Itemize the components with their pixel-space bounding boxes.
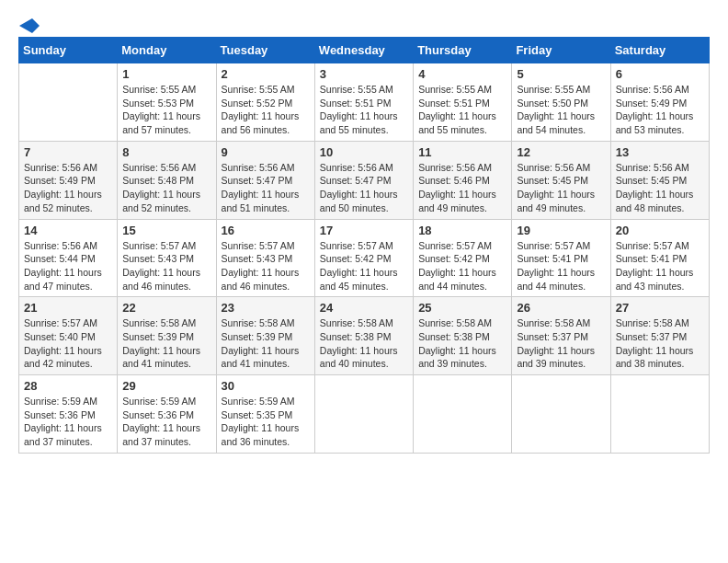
cell-content: Sunrise: 5:56 AMSunset: 5:44 PMDaylight:…	[24, 239, 112, 293]
day-number: 25	[418, 301, 506, 315]
weekday-header-wednesday: Wednesday	[314, 38, 413, 63]
cell-content: Sunrise: 5:59 AMSunset: 5:35 PMDaylight:…	[222, 395, 310, 449]
day-number: 22	[122, 301, 210, 315]
day-number: 26	[517, 301, 605, 315]
calendar-week-row: 1Sunrise: 5:55 AMSunset: 5:53 PMDaylight…	[19, 63, 710, 142]
day-number: 29	[122, 379, 210, 393]
calendar-cell: 18Sunrise: 5:57 AMSunset: 5:42 PMDayligh…	[414, 219, 512, 297]
day-number: 24	[320, 301, 408, 315]
day-number: 20	[616, 224, 704, 237]
calendar-cell: 17Sunrise: 5:57 AMSunset: 5:42 PMDayligh…	[314, 219, 413, 297]
logo-bird-icon	[19, 18, 40, 33]
day-number: 23	[222, 301, 310, 315]
calendar-cell: 21Sunrise: 5:57 AMSunset: 5:40 PMDayligh…	[19, 297, 118, 375]
calendar-cell: 29Sunrise: 5:59 AMSunset: 5:36 PMDayligh…	[118, 375, 216, 454]
calendar-cell: 23Sunrise: 5:58 AMSunset: 5:39 PMDayligh…	[216, 297, 314, 375]
day-number: 1	[122, 67, 210, 81]
day-number: 11	[418, 145, 506, 159]
weekday-header-sunday: Sunday	[19, 38, 118, 63]
calendar-cell: 2Sunrise: 5:55 AMSunset: 5:52 PMDaylight…	[216, 63, 314, 142]
day-number: 15	[122, 224, 210, 237]
cell-content: Sunrise: 5:55 AMSunset: 5:51 PMDaylight:…	[418, 83, 506, 137]
calendar-cell: 22Sunrise: 5:58 AMSunset: 5:39 PMDayligh…	[118, 297, 216, 375]
cell-content: Sunrise: 5:58 AMSunset: 5:39 PMDaylight:…	[122, 316, 210, 371]
day-number: 19	[517, 224, 605, 237]
calendar-cell	[512, 375, 610, 454]
weekday-header-friday: Friday	[512, 38, 610, 63]
day-number: 14	[24, 224, 112, 237]
cell-content: Sunrise: 5:56 AMSunset: 5:46 PMDaylight:…	[418, 161, 506, 215]
cell-content: Sunrise: 5:57 AMSunset: 5:41 PMDaylight:…	[517, 239, 605, 293]
calendar-cell: 15Sunrise: 5:57 AMSunset: 5:43 PMDayligh…	[118, 219, 216, 297]
calendar-cell: 25Sunrise: 5:58 AMSunset: 5:38 PMDayligh…	[414, 297, 512, 375]
cell-content: Sunrise: 5:56 AMSunset: 5:48 PMDaylight:…	[122, 161, 210, 215]
calendar-cell: 5Sunrise: 5:55 AMSunset: 5:50 PMDaylight…	[512, 63, 610, 142]
cell-content: Sunrise: 5:58 AMSunset: 5:39 PMDaylight:…	[222, 316, 310, 371]
cell-content: Sunrise: 5:58 AMSunset: 5:37 PMDaylight:…	[616, 316, 704, 371]
calendar-cell: 10Sunrise: 5:56 AMSunset: 5:47 PMDayligh…	[314, 141, 413, 219]
calendar-cell: 24Sunrise: 5:58 AMSunset: 5:38 PMDayligh…	[314, 297, 413, 375]
cell-content: Sunrise: 5:56 AMSunset: 5:47 PMDaylight:…	[222, 161, 310, 215]
day-number: 28	[24, 379, 112, 393]
day-number: 13	[616, 145, 704, 159]
day-number: 27	[616, 301, 704, 315]
day-number: 18	[418, 224, 506, 237]
day-number: 3	[320, 67, 408, 81]
calendar-cell: 26Sunrise: 5:58 AMSunset: 5:37 PMDayligh…	[512, 297, 610, 375]
calendar-week-row: 7Sunrise: 5:56 AMSunset: 5:49 PMDaylight…	[19, 141, 710, 219]
cell-content: Sunrise: 5:56 AMSunset: 5:49 PMDaylight:…	[24, 161, 112, 215]
day-number: 6	[616, 67, 704, 81]
cell-content: Sunrise: 5:57 AMSunset: 5:42 PMDaylight:…	[320, 239, 408, 293]
calendar-cell	[414, 375, 512, 454]
page-header	[18, 18, 710, 28]
day-number: 21	[24, 301, 112, 315]
day-number: 12	[517, 145, 605, 159]
cell-content: Sunrise: 5:59 AMSunset: 5:36 PMDaylight:…	[24, 395, 112, 449]
day-number: 30	[222, 379, 310, 393]
weekday-header-row: SundayMondayTuesdayWednesdayThursdayFrid…	[19, 38, 710, 63]
calendar-cell: 30Sunrise: 5:59 AMSunset: 5:35 PMDayligh…	[216, 375, 314, 454]
calendar-cell: 7Sunrise: 5:56 AMSunset: 5:49 PMDaylight…	[19, 141, 118, 219]
day-number: 17	[320, 224, 408, 237]
svg-marker-0	[19, 18, 40, 33]
cell-content: Sunrise: 5:56 AMSunset: 5:45 PMDaylight:…	[517, 161, 605, 215]
day-number: 5	[517, 67, 605, 81]
weekday-header-saturday: Saturday	[610, 38, 709, 63]
cell-content: Sunrise: 5:55 AMSunset: 5:53 PMDaylight:…	[122, 83, 210, 137]
cell-content: Sunrise: 5:57 AMSunset: 5:40 PMDaylight:…	[24, 316, 112, 371]
calendar-cell	[19, 63, 118, 142]
calendar-table: SundayMondayTuesdayWednesdayThursdayFrid…	[18, 37, 710, 454]
calendar-cell: 19Sunrise: 5:57 AMSunset: 5:41 PMDayligh…	[512, 219, 610, 297]
day-number: 8	[122, 145, 210, 159]
weekday-header-tuesday: Tuesday	[216, 38, 314, 63]
calendar-week-row: 28Sunrise: 5:59 AMSunset: 5:36 PMDayligh…	[19, 375, 710, 454]
cell-content: Sunrise: 5:56 AMSunset: 5:49 PMDaylight:…	[616, 83, 704, 137]
cell-content: Sunrise: 5:57 AMSunset: 5:41 PMDaylight:…	[616, 239, 704, 293]
cell-content: Sunrise: 5:58 AMSunset: 5:37 PMDaylight:…	[517, 316, 605, 371]
calendar-cell: 14Sunrise: 5:56 AMSunset: 5:44 PMDayligh…	[19, 219, 118, 297]
calendar-cell: 4Sunrise: 5:55 AMSunset: 5:51 PMDaylight…	[414, 63, 512, 142]
cell-content: Sunrise: 5:59 AMSunset: 5:36 PMDaylight:…	[122, 395, 210, 449]
cell-content: Sunrise: 5:55 AMSunset: 5:52 PMDaylight:…	[222, 83, 310, 137]
cell-content: Sunrise: 5:56 AMSunset: 5:47 PMDaylight:…	[320, 161, 408, 215]
day-number: 16	[222, 224, 310, 237]
calendar-cell: 1Sunrise: 5:55 AMSunset: 5:53 PMDaylight…	[118, 63, 216, 142]
weekday-header-monday: Monday	[118, 38, 216, 63]
calendar-cell: 12Sunrise: 5:56 AMSunset: 5:45 PMDayligh…	[512, 141, 610, 219]
calendar-week-row: 21Sunrise: 5:57 AMSunset: 5:40 PMDayligh…	[19, 297, 710, 375]
cell-content: Sunrise: 5:58 AMSunset: 5:38 PMDaylight:…	[320, 316, 408, 371]
cell-content: Sunrise: 5:57 AMSunset: 5:42 PMDaylight:…	[418, 239, 506, 293]
cell-content: Sunrise: 5:56 AMSunset: 5:45 PMDaylight:…	[616, 161, 704, 215]
day-number: 7	[24, 145, 112, 159]
cell-content: Sunrise: 5:55 AMSunset: 5:50 PMDaylight:…	[517, 83, 605, 137]
day-number: 10	[320, 145, 408, 159]
logo	[18, 18, 40, 28]
calendar-cell: 8Sunrise: 5:56 AMSunset: 5:48 PMDaylight…	[118, 141, 216, 219]
calendar-cell: 13Sunrise: 5:56 AMSunset: 5:45 PMDayligh…	[610, 141, 709, 219]
calendar-cell: 27Sunrise: 5:58 AMSunset: 5:37 PMDayligh…	[610, 297, 709, 375]
cell-content: Sunrise: 5:58 AMSunset: 5:38 PMDaylight:…	[418, 316, 506, 371]
day-number: 9	[222, 145, 310, 159]
calendar-cell: 11Sunrise: 5:56 AMSunset: 5:46 PMDayligh…	[414, 141, 512, 219]
calendar-cell	[610, 375, 709, 454]
calendar-cell: 9Sunrise: 5:56 AMSunset: 5:47 PMDaylight…	[216, 141, 314, 219]
